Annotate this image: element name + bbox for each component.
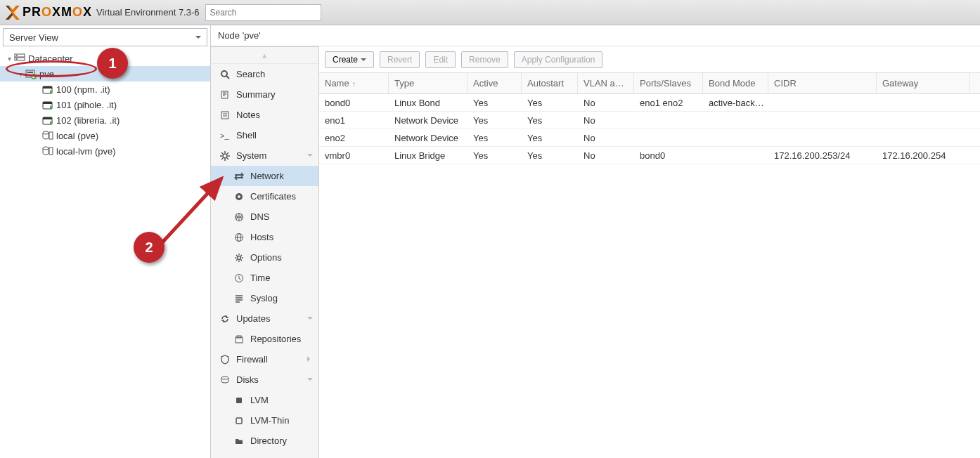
nav-item-options[interactable]: Options [211,247,318,268]
col-header-bond-mode[interactable]: Bond Mode [703,73,768,93]
syslog-icon [233,293,245,304]
grid-body: bond0Linux BondYesYesNoeno1 eno2active-b… [319,94,980,164]
apply-config-button[interactable]: Apply Configuration [514,51,603,68]
lxc-icon [42,115,53,126]
nav-item-disks[interactable]: Disks [211,369,318,390]
tree-item-100[interactable]: 100 (npm. .it) [0,81,210,97]
hosts-icon [233,232,245,243]
svg-line-31 [227,152,228,154]
tree-item-datacenter[interactable]: ▾Datacenter [0,51,210,66]
cell: eno1 eno2 [634,94,703,111]
summary-icon [219,89,231,100]
table-row[interactable]: bond0Linux BondYesYesNoeno1 eno2active-b… [319,94,980,112]
cert-icon [233,191,245,202]
nav-item-time[interactable]: Time [211,268,318,288]
grid-header-row: Name↑TypeActiveAutostartVLAN a…Ports/Sla… [319,73,980,94]
network-toolbar: Create Revert Edit Remove Apply Configur… [319,46,980,73]
tree-item-101[interactable]: 101 (pihole. .it) [0,97,210,112]
cell: 172.16.200.254 [877,147,970,164]
expand-icon [32,100,42,110]
tree-item-local[interactable]: local (pve) [0,128,210,143]
tree-label: local (pve) [56,131,98,141]
tree-item-local-lvm[interactable]: local-lvm (pve) [0,143,210,159]
svg-rect-5 [27,72,33,73]
center-right-wrap: Node 'pve' ▴ SearchSummaryNotes>_ShellSy… [211,25,980,458]
nav-item-notes[interactable]: Notes [211,105,318,125]
nav-label: Certificates [250,191,296,202]
nav-item-updates[interactable]: Updates [211,308,318,329]
nav-label: Search [236,69,265,79]
tree-item-pve[interactable]: ▾pve [0,66,210,81]
svg-rect-19 [221,112,228,119]
lxc-icon [42,84,53,95]
nav-item-repositories[interactable]: Repositories [211,329,318,349]
top-header: PROXMOX Virtual Environment 7.3-6 [0,0,980,25]
cell: Yes [468,147,522,164]
nav-item-search[interactable]: Search [211,64,318,84]
nav-item-summary[interactable]: Summary [211,84,318,105]
nav-item-hosts[interactable]: Hosts [211,227,318,247]
nav-label: Hosts [250,232,273,242]
nav-item-certificates[interactable]: Certificates [211,186,318,207]
tree-item-102[interactable]: 102 (libreria. .it) [0,112,210,128]
lxc-icon [42,99,53,110]
col-header-cidr[interactable]: CIDR [768,73,877,93]
nav-item-lvm[interactable]: LVM [211,390,318,410]
cell [768,94,877,111]
col-label: Bond Mode [709,78,756,89]
logo-text: PROXMOX [22,5,92,20]
edit-button[interactable]: Edit [425,51,456,68]
col-header-ports-slaves[interactable]: Ports/Slaves [634,73,703,93]
nav-item-shell[interactable]: >_Shell [211,125,318,145]
remove-button[interactable]: Remove [461,51,508,68]
cell: eno1 [319,112,389,129]
shell-icon: >_ [219,130,231,141]
col-header-autostart[interactable]: Autostart [522,73,578,93]
global-search-input[interactable] [205,4,321,21]
cell: Yes [522,129,578,146]
nav-item-firewall[interactable]: Firewall [211,349,318,369]
table-row[interactable]: eno1Network DeviceYesYesNo [319,112,980,129]
revert-button[interactable]: Revert [380,51,420,68]
col-header-active[interactable]: Active [468,73,522,93]
nav-label: Directory [250,436,287,446]
lvmthin-icon [233,415,245,426]
col-header-gateway[interactable]: Gateway [877,73,970,93]
nav-label: LVM [250,395,269,405]
env-label: Virtual Environment 7.3-6 [96,7,199,18]
view-selector-dropdown[interactable]: Server View [3,28,207,46]
search-icon [219,69,231,80]
nav-item-directory[interactable]: Directory [211,431,318,451]
create-button[interactable]: Create [325,51,374,68]
cell: No [578,112,634,129]
svg-rect-47 [236,398,242,403]
cell: vmbr0 [319,147,389,164]
cell: Yes [468,129,522,146]
svg-rect-12 [43,117,52,119]
nav-item-network[interactable]: Network [211,166,318,186]
nav-item-lvm-thin[interactable]: LVM-Thin [211,410,318,431]
col-header-vlan-a-[interactable]: VLAN a… [578,73,634,93]
nav-label: Updates [236,313,270,324]
cell: Linux Bond [389,94,468,111]
network-grid: Name↑TypeActiveAutostartVLAN a…Ports/Sla… [319,73,980,458]
col-label: Autostart [527,78,564,89]
content-panel: Create Revert Edit Remove Apply Configur… [319,46,980,458]
nav-item-dns[interactable]: DNS [211,207,318,227]
svg-text:>_: >_ [220,131,229,140]
nav-label: Network [250,171,284,181]
expand-icon [32,146,42,156]
nav-item-system[interactable]: System [211,145,318,166]
table-row[interactable]: vmbr0Linux BridgeYesYesNobond0172.16.200… [319,147,980,164]
col-header-name[interactable]: Name↑ [319,73,389,93]
cell: Yes [522,147,578,164]
proxmox-logo: PROXMOX [4,4,92,21]
nav-item-syslog[interactable]: Syslog [211,288,318,308]
table-row[interactable]: eno2Network DeviceYesYesNo [319,129,980,147]
expand-icon: ▾ [4,53,14,63]
col-header-type[interactable]: Type [389,73,468,93]
cell [877,129,970,146]
cell [877,112,970,129]
svg-point-38 [238,256,241,259]
nav-label: Options [250,252,282,263]
